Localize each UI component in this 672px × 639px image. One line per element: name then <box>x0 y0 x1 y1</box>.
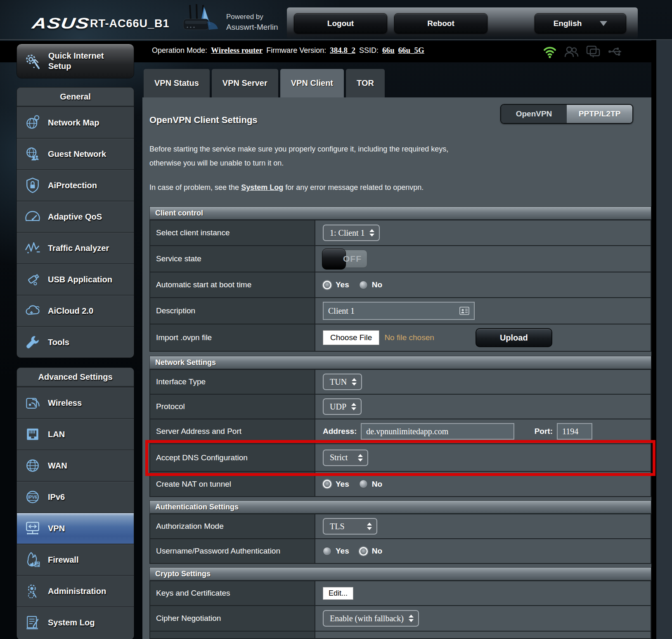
row-create-nat: Create NAT on tunnel Yes No <box>149 472 651 497</box>
sidebar-item-label: Tools <box>48 338 69 347</box>
authorization-mode-select[interactable]: TLS <box>323 518 377 535</box>
advanced-settings-header: Advanced Settings <box>17 368 134 387</box>
tab-vpn-server[interactable]: VPN Server <box>212 69 278 97</box>
openvpn-type-button[interactable]: OpenVPN <box>501 105 567 123</box>
select-arrows-icon <box>358 454 363 462</box>
sidebar-item-usb-application[interactable]: USB Application <box>17 263 134 295</box>
userpass-no-radio[interactable] <box>359 547 368 556</box>
server-address-input[interactable] <box>361 423 514 440</box>
sidebar-item-ipv6[interactable]: IPV6 IPv6 <box>17 481 134 512</box>
usb-application-icon <box>24 270 42 289</box>
sidebar-item-wan[interactable]: WAN <box>17 450 134 481</box>
top-banner: ASUS RT-AC66U_B1 Powered by Asuswrt-Merl… <box>0 0 672 40</box>
create-nat-no-radio[interactable] <box>359 480 368 488</box>
tab-vpn-client[interactable]: VPN Client <box>280 69 344 97</box>
guest-network-icon <box>24 145 42 163</box>
description-value: Client 1 <box>328 306 459 316</box>
client-instance-value: 1: Client 1 <box>330 228 364 238</box>
traffic-analyzer-icon <box>24 239 42 257</box>
sidebar-item-traffic-analyzer[interactable]: Traffic Analyzer <box>17 232 134 263</box>
sidebar-item-adaptive-qos[interactable]: Adaptive QoS <box>17 201 134 232</box>
ssid-24g-link[interactable]: 66u <box>382 46 395 55</box>
router-model: RT-AC66U_B1 <box>90 17 170 30</box>
choose-file-button[interactable]: Choose File <box>323 330 379 345</box>
userpass-yes-radio[interactable] <box>323 547 331 556</box>
clients-icon[interactable] <box>564 45 579 59</box>
file-status-text: No file chosen <box>384 333 434 342</box>
reboot-button[interactable]: Reboot <box>394 13 487 33</box>
auto-start-no-radio[interactable] <box>359 281 368 289</box>
row-partial-bottom <box>149 632 651 639</box>
wan-icon <box>24 457 42 475</box>
section-header-network-settings: Network Settings <box>149 356 651 369</box>
firmware-version-link[interactable]: 384.8_2 <box>330 46 355 55</box>
intro-text: Before starting the service make sure yo… <box>149 142 448 170</box>
sidebar-item-aiprotection[interactable]: AiProtection <box>17 169 134 201</box>
service-state-toggle[interactable]: OFF <box>323 250 367 268</box>
sidebar-item-label: Wireless <box>48 398 82 408</box>
tab-tor[interactable]: TOR <box>346 69 385 97</box>
tab-vpn-status[interactable]: VPN Status <box>144 69 210 97</box>
language-dropdown[interactable]: English <box>535 13 626 33</box>
row-description: Description Client 1 <box>149 298 651 324</box>
upload-button[interactable]: Upload <box>476 328 552 347</box>
row-label: Description <box>150 298 315 324</box>
sidebar-item-aicloud[interactable]: AiCloud 2.0 <box>17 295 134 326</box>
description-input[interactable]: Client 1 <box>323 302 475 320</box>
create-nat-yes-radio[interactable] <box>323 480 331 488</box>
sidebar-item-administration[interactable]: Administration <box>17 575 134 606</box>
interface-type-select[interactable]: TUN <box>323 374 362 390</box>
select-arrows-icon <box>351 403 356 410</box>
row-label: Interface Type <box>150 370 315 394</box>
row-label: Select client instance <box>150 220 315 245</box>
general-header: General <box>17 88 134 106</box>
sidebar-item-label: System Log <box>48 618 95 627</box>
row-label: Automatic start at boot time <box>150 272 315 297</box>
protocol-select[interactable]: UDP <box>323 398 362 415</box>
auto-start-yes-radio[interactable] <box>323 281 331 289</box>
operation-mode-link[interactable]: Wireless router <box>211 46 263 55</box>
section-header-crypto: Crypto Settings <box>149 567 651 580</box>
sidebar-item-system-log[interactable]: System Log <box>17 606 134 638</box>
select-arrows-icon <box>369 229 374 237</box>
sidebar-item-label: IPv6 <box>48 492 65 502</box>
interface-type-value: TUN <box>330 377 347 387</box>
clone-devices-icon[interactable] <box>586 45 601 59</box>
cipher-negotiation-select[interactable]: Enable (with fallback) <box>323 610 419 627</box>
sidebar-item-guest-network[interactable]: Guest Network <box>17 138 134 169</box>
sidebar-item-tools[interactable]: Tools <box>17 326 134 357</box>
operation-mode-line: Operation Mode: Wireless router Firmware… <box>152 46 424 55</box>
row-label: Protocol <box>150 395 315 419</box>
pptp-l2tp-type-button[interactable]: PPTP/L2TP <box>567 105 632 123</box>
ssid-5g-link[interactable]: 66u_5G <box>398 46 424 55</box>
wireless-icon <box>24 394 42 412</box>
row-interface-type: Interface Type TUN <box>149 369 651 395</box>
accept-dns-select[interactable]: Strict <box>323 450 368 466</box>
row-label: Create NAT on tunnel <box>150 472 315 496</box>
logout-button[interactable]: Logout <box>294 13 387 33</box>
quick-setup-icon <box>22 50 43 72</box>
sidebar-item-label: Network Map <box>48 118 99 128</box>
edit-keys-button[interactable]: Edit... <box>323 587 353 600</box>
select-arrows-icon <box>352 378 357 386</box>
wifi-status-icon[interactable] <box>543 44 557 59</box>
page-title: OpenVPN Client Settings <box>149 115 258 125</box>
contact-card-icon[interactable] <box>459 307 469 315</box>
quick-internet-setup-button[interactable]: Quick Internet Setup <box>17 44 134 78</box>
sidebar-item-wireless[interactable]: Wireless <box>17 387 134 418</box>
server-port-input[interactable] <box>557 423 592 440</box>
sidebar-item-vpn[interactable]: VPN <box>17 512 134 544</box>
problem-hint: In case of problem, see the System Log f… <box>149 183 424 192</box>
row-label: Server Address and Port <box>150 419 315 443</box>
powered-by-line1: Powered by <box>226 12 278 22</box>
sidebar-item-label: VPN <box>48 524 65 533</box>
sidebar-item-label: Guest Network <box>48 149 106 159</box>
sidebar-item-network-map[interactable]: Network Map <box>17 106 134 138</box>
network-map-icon <box>24 114 42 132</box>
system-log-link[interactable]: System Log <box>241 183 283 192</box>
client-instance-select[interactable]: 1: Client 1 <box>323 225 380 241</box>
select-arrows-icon <box>409 615 414 622</box>
sidebar-item-lan[interactable]: LAN <box>17 418 134 450</box>
sidebar-item-firewall[interactable]: Firewall <box>17 544 134 575</box>
usb-icon[interactable] <box>608 45 623 58</box>
